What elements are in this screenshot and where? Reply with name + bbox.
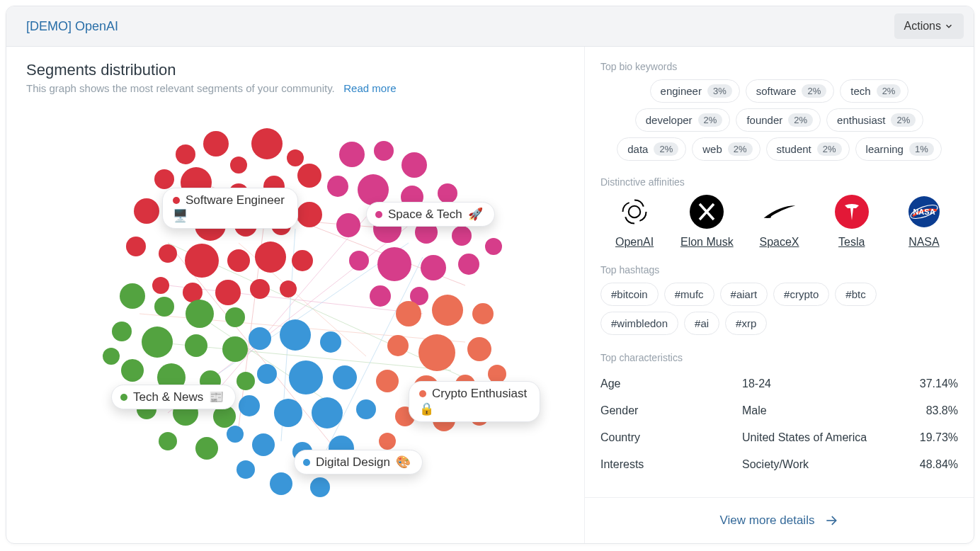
svg-point-32 [159,244,177,263]
svg-point-84 [239,395,260,416]
svg-point-61 [154,297,174,317]
keyword-pill[interactable]: developer2% [635,108,731,132]
svg-point-88 [252,433,275,456]
svg-point-16 [203,131,229,157]
cluster-dot-icon [419,390,426,397]
hashtag-pill[interactable]: #aiart [720,283,768,306]
svg-point-17 [230,157,247,174]
cluster-dot-icon [375,211,382,218]
breadcrumb-title[interactable]: [DEMO] OpenAI [26,19,118,34]
char-pct: 48.84% [920,458,958,471]
hashtag-pill[interactable]: #ai [684,312,719,335]
cluster-dot-icon [120,394,127,401]
keyword-pill[interactable]: web2% [692,137,760,161]
affinity-tesla[interactable]: Tesla [818,195,886,249]
affinities-list: OpenAI Elon Musk SpaceX [600,195,958,249]
cluster-label-software-engineer[interactable]: Software Engineer 🖥️ [162,188,298,229]
affinity-spacex[interactable]: SpaceX [745,195,813,249]
cluster-label-crypto[interactable]: Crypto Enthusiast 🔒 [409,381,540,422]
svg-point-30 [297,202,322,227]
topbar: [DEMO] OpenAI Actions [6,6,974,47]
cluster-label-tech-news[interactable]: Tech & News 📰 [111,385,236,409]
keyword-pct: 2% [788,113,813,127]
hashtags-heading: Top hashtags [600,264,958,276]
svg-point-54 [377,247,411,281]
svg-point-109 [629,206,641,218]
svg-point-57 [485,238,502,255]
svg-point-80 [320,331,341,353]
affinity-openai[interactable]: OpenAI [600,195,668,249]
chevron-down-icon [944,21,954,31]
svg-point-77 [103,348,120,365]
svg-point-55 [421,255,446,280]
hashtags-list: #bitcoin#mufc#aiart#crypto#btc#wimbledon… [600,283,958,335]
hashtag-pill[interactable]: #mufc [664,283,714,306]
keyword-pill[interactable]: learning1% [855,137,942,161]
actions-label: Actions [904,20,941,33]
svg-point-67 [222,336,248,362]
svg-point-37 [152,277,169,294]
svg-point-83 [333,365,357,390]
section-subhead: This graph shows the most relevant segme… [26,82,564,94]
characteristic-row: InterestsSociety/Work48.84% [600,451,958,478]
characteristics-list: Age18-2437.14%GenderMale83.8%CountryUnit… [600,370,958,478]
svg-point-93 [310,477,330,497]
keyword-pill[interactable]: student2% [766,137,850,161]
keyword-pill[interactable]: data2% [617,137,686,161]
svg-point-79 [280,319,311,351]
keyword-pill[interactable]: tech2% [840,79,908,103]
read-more-link[interactable]: Read more [343,82,396,94]
svg-point-42 [339,142,365,167]
keyword-text: engineer [661,85,702,97]
keyword-text: software [756,85,797,97]
svg-point-62 [186,300,214,328]
segment-graph[interactable]: Software Engineer 🖥️ Space & Tech 🚀 Tech… [26,101,564,512]
svg-point-21 [154,169,174,189]
tesla-icon [835,195,869,229]
char-key: Country [600,431,742,444]
keyword-pct: 2% [654,142,678,156]
hashtag-pill[interactable]: #btc [835,283,876,306]
svg-point-76 [195,437,218,460]
hashtag-pill[interactable]: #xrp [725,312,767,335]
cluster-label-space-tech[interactable]: Space & Tech 🚀 [366,202,495,227]
svg-point-100 [467,337,491,361]
keyword-pct: 2% [891,113,916,127]
hashtag-pill[interactable]: #bitcoin [600,283,659,306]
actions-button[interactable]: Actions [894,13,964,39]
openai-icon [617,195,651,229]
arrow-right-icon [824,513,838,528]
keyword-pct: 2% [698,113,723,127]
char-pct: 37.14% [920,377,958,390]
char-key: Interests [600,458,742,471]
svg-point-49 [336,213,360,237]
keyword-pill[interactable]: founder2% [736,108,821,132]
keyword-pill[interactable]: enthusiast2% [826,108,923,132]
svg-point-71 [237,372,255,390]
svg-point-85 [274,399,302,427]
affinities-heading: Distinctive affinities [600,176,958,188]
keyword-pill[interactable]: software2% [746,79,835,103]
characteristic-row: CountryUnited States of America19.73% [600,424,958,451]
keyword-text: tech [850,85,870,97]
keyword-pill[interactable]: engineer3% [650,79,740,103]
characteristic-row: GenderMale83.8% [600,397,958,424]
svg-point-60 [120,283,145,309]
view-more-button[interactable]: View more details [585,497,974,543]
hashtag-pill[interactable]: #crypto [773,283,829,306]
svg-point-95 [396,301,421,326]
keyword-pct: 2% [817,142,842,156]
hashtag-pill[interactable]: #wimbledon [600,312,678,335]
svg-point-101 [376,370,399,392]
keyword-text: data [627,143,648,155]
affinity-elon-musk[interactable]: Elon Musk [673,195,741,249]
x-logo-icon [690,195,724,229]
affinity-nasa[interactable]: NASA NASA [890,195,958,249]
svg-point-58 [370,285,391,307]
svg-point-38 [183,283,203,302]
svg-point-86 [312,397,343,428]
cluster-label-digital-design[interactable]: Digital Design 🎨 [294,450,423,475]
svg-point-25 [134,198,159,224]
svg-point-99 [418,334,455,371]
svg-point-40 [250,279,270,299]
